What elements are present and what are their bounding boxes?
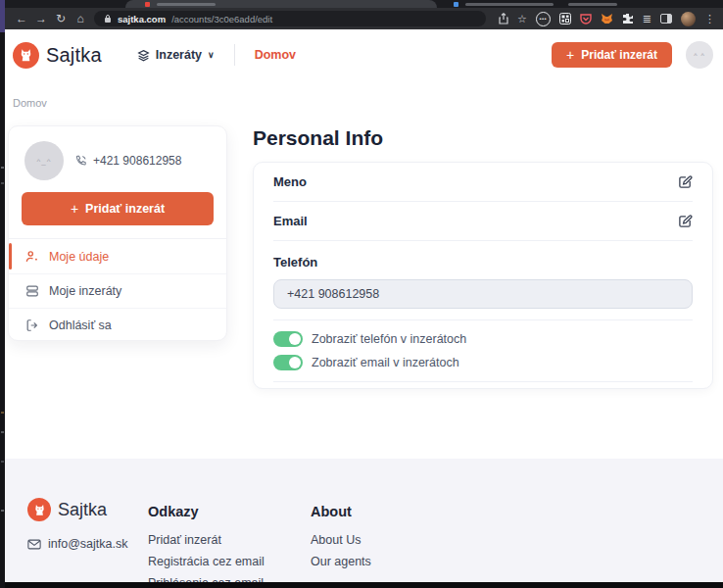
edit-pencil-icon	[678, 174, 693, 189]
browser-menu-icon[interactable]: ⋮	[704, 14, 715, 24]
toggle-row-show-phone: Zobraziť telefón v inzerátoch	[273, 331, 693, 347]
card-divider	[273, 381, 693, 382]
edit-email-button[interactable]	[678, 214, 693, 228]
profile-phone-number: +421 908612958	[93, 154, 181, 168]
lock-icon	[104, 14, 112, 24]
avatar-face: ^_^	[37, 157, 52, 166]
toggle-row-show-email: Zobraziť email v inzerátoch	[273, 355, 693, 370]
profile-phone: +421 908612958	[74, 154, 181, 168]
reload-icon[interactable]: ↻	[51, 13, 71, 24]
nav-listings-dropdown[interactable]: Inzeráty ∨	[137, 48, 215, 62]
profile-row: ^_^ +421 908612958	[9, 126, 226, 191]
show-email-toggle-label: Zobraziť email v inzerátoch	[312, 356, 459, 369]
edit-pencil-icon	[678, 214, 693, 228]
address-bar[interactable]: sajtka.com/accounts/3c0e6add/edit	[94, 11, 486, 26]
sidebar-add-listing-label: Pridať inzerát	[85, 202, 165, 216]
profile-avatar: ^_^	[24, 141, 64, 180]
menu-item-label: Odhlásiť sa	[49, 318, 112, 332]
url-domain: sajtka.com	[118, 14, 166, 24]
phone-input[interactable]	[273, 279, 693, 309]
menu-item-label: Moje inzeráty	[49, 284, 121, 298]
metamask-fox-icon[interactable]	[601, 13, 613, 24]
code-speck	[1, 412, 4, 414]
menu-item-label: Moje údaje	[49, 250, 109, 264]
plus-icon: +	[566, 48, 574, 62]
pocket-extension-icon[interactable]	[580, 13, 592, 24]
footer-link-about-us[interactable]: About Us	[311, 533, 371, 547]
show-phone-toggle-label: Zobraziť telefón v inzerátoch	[312, 332, 466, 346]
puzzle-extensions-icon[interactable]	[622, 13, 634, 24]
plus-icon: +	[71, 202, 78, 216]
toolbar-actions: ☆ ••• ≣ ⋮	[498, 12, 715, 26]
brand-name[interactable]: Sajtka	[46, 44, 102, 67]
footer-email[interactable]: info@sajtka.sk	[27, 537, 127, 551]
code-speck	[1, 461, 4, 463]
card-divider	[273, 319, 693, 320]
code-speck	[1, 510, 4, 512]
home-icon[interactable]: ⌂	[71, 13, 90, 24]
window-bottom-edge	[0, 582, 723, 588]
show-phone-toggle[interactable]	[273, 331, 303, 347]
background-app-sliver	[0, 0, 5, 588]
account-menu: Moje údaje Moje inzeráty Odhlásiť sa	[9, 238, 226, 342]
site-header: Sajtka Inzeráty ∨ Domov + Pridať inzerát…	[5, 29, 723, 80]
share-icon[interactable]	[499, 13, 508, 24]
footer-email-address: info@sajtka.sk	[48, 537, 127, 551]
listings-icon	[25, 284, 39, 298]
field-row-name: Meno	[273, 163, 693, 202]
chevron-down-icon: ∨	[208, 50, 215, 60]
menu-item-my-data[interactable]: Moje údaje	[9, 239, 226, 273]
browser-toolbar: ← → ↻ ⌂ sajtka.com/accounts/3c0e6add/edi…	[0, 8, 723, 29]
email-field-label: Email	[273, 214, 308, 228]
bookmark-star-icon[interactable]: ☆	[517, 14, 527, 24]
side-panel-icon[interactable]	[660, 14, 672, 24]
footer-about-title: About	[311, 504, 371, 519]
footer-links-column: Odkazy Pridať inzerát Registrácia cez em…	[148, 504, 265, 588]
nav-listings-label: Inzeráty	[156, 48, 202, 62]
footer-links-title: Odkazy	[148, 504, 265, 519]
tab-title-hint	[465, 3, 554, 6]
tab-title-hint	[157, 3, 216, 6]
footer-link-our-agents[interactable]: Our agents	[311, 555, 371, 568]
add-listing-button[interactable]: + Pridať inzerát	[552, 42, 672, 68]
footer-link-add-listing[interactable]: Pridať inzerát	[148, 533, 265, 547]
breadcrumb[interactable]: Domov	[13, 97, 47, 109]
account-sidebar-card: ^_^ +421 908612958 + Pridať inzerát Moje…	[8, 125, 227, 341]
footer-about-column: About About Us Our agents	[311, 504, 371, 576]
url-path: /accounts/3c0e6add/edit	[171, 14, 272, 24]
browser-profile-avatar[interactable]	[681, 12, 696, 26]
sajtka-logo-icon[interactable]	[13, 42, 39, 69]
footer-link-register-email[interactable]: Registrácia cez email	[148, 555, 265, 568]
qr-extension-icon[interactable]	[559, 13, 571, 24]
page-title: Personal Info	[253, 126, 383, 150]
nav-home-link[interactable]: Domov	[255, 48, 296, 62]
edit-name-button[interactable]	[678, 174, 693, 189]
background-app-titlebar	[0, 0, 5, 32]
header-divider	[234, 44, 235, 66]
code-speck	[1, 431, 4, 433]
footer-brand-column: Sajtka info@sajtka.sk	[27, 498, 127, 551]
forward-icon[interactable]: →	[31, 13, 51, 24]
code-speck	[1, 167, 4, 169]
user-edit-icon	[25, 250, 39, 264]
menu-item-logout[interactable]: Odhlásiť sa	[9, 308, 226, 342]
tab-favicon-blue	[454, 2, 458, 7]
personal-info-card: Meno Email Telefón Zobraziť telefón v in…	[253, 162, 713, 389]
field-row-email: Email	[273, 202, 693, 241]
phone-field-label: Telefón	[273, 255, 693, 270]
back-icon[interactable]: ←	[12, 13, 31, 24]
menu-item-my-listings[interactable]: Moje inzeráty	[9, 273, 226, 308]
show-email-toggle[interactable]	[273, 355, 303, 370]
screen: ← → ↻ ⌂ sajtka.com/accounts/3c0e6add/edi…	[0, 0, 723, 588]
tab-title-hint	[568, 3, 617, 6]
phone-icon	[74, 155, 87, 168]
envelope-icon	[27, 539, 41, 550]
sajtka-logo-icon	[27, 498, 51, 521]
footer-logo-row[interactable]: Sajtka	[27, 498, 127, 521]
footer-brand-name: Sajtka	[58, 500, 107, 520]
sidebar-add-listing-button[interactable]: + Pridať inzerát	[22, 192, 214, 225]
reading-list-icon[interactable]: ≣	[643, 14, 651, 24]
add-listing-label: Pridať inzerát	[581, 48, 657, 62]
user-avatar[interactable]: ^ ^	[686, 41, 713, 69]
extensions-pill-icon[interactable]: •••	[536, 12, 551, 26]
